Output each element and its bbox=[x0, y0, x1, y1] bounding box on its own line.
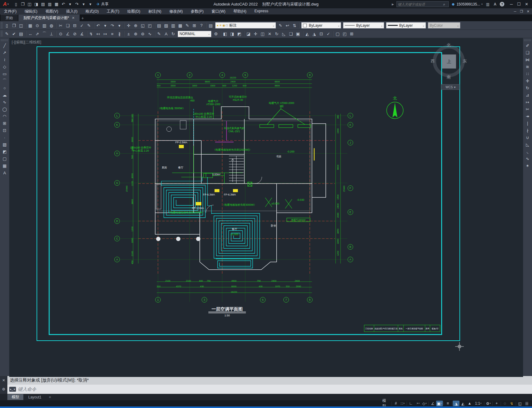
plot-preview-button[interactable]: ⊙ bbox=[34, 22, 41, 29]
menu-help[interactable]: 帮助(H) bbox=[229, 9, 250, 14]
zoom-realtime-button[interactable]: ⊕ bbox=[132, 22, 139, 29]
isodraft-icon[interactable]: ◇▾ bbox=[421, 401, 428, 406]
layer-translator-button[interactable]: ▤ bbox=[18, 31, 25, 37]
annotation-autoscale-icon[interactable]: ◭ bbox=[459, 401, 466, 406]
menu-file[interactable]: 文件(F) bbox=[0, 9, 21, 14]
dim-update-button[interactable]: ↻ bbox=[170, 31, 177, 37]
annotation-visibility-icon[interactable]: ◮ bbox=[453, 401, 459, 406]
insert-block-tool[interactable]: ⊞ bbox=[1, 120, 8, 127]
solid-subtract-button[interactable]: ◨ bbox=[229, 31, 236, 37]
spline-tool[interactable]: ∿ bbox=[1, 99, 8, 105]
drawing-canvas[interactable]: 1245813678LKHGDCALKJFEBA 162203300660024… bbox=[9, 38, 523, 377]
open-icon[interactable]: ❐ bbox=[20, 1, 26, 7]
new-button[interactable]: ▯ bbox=[3, 22, 10, 29]
layer-states-button[interactable]: ⇅ bbox=[291, 22, 298, 29]
statusbar-model-label[interactable]: 模型 bbox=[380, 401, 391, 406]
lock-icon[interactable]: ◉ bbox=[223, 24, 225, 27]
redo-dropdown[interactable]: ▾ bbox=[81, 1, 87, 7]
dim-radius-button[interactable]: ⊙ bbox=[57, 31, 64, 37]
redo-dropdown[interactable]: ▾ bbox=[116, 22, 123, 29]
sheetset-manager-button[interactable]: ▩ bbox=[177, 22, 184, 29]
layer-combo[interactable]: ● ☀ ◉ □ 标注 ⌄ bbox=[215, 22, 276, 29]
stretch-tool[interactable]: ↦ bbox=[524, 99, 531, 105]
chamfer-tool[interactable]: ◺ bbox=[524, 141, 531, 148]
toolbar-grip[interactable] bbox=[1, 31, 3, 37]
chevron-down-icon[interactable]: ⌄ bbox=[380, 24, 384, 27]
undo-icon[interactable]: ↶ bbox=[60, 1, 66, 7]
publish-button[interactable]: ▥ bbox=[41, 22, 48, 29]
center-mark-button[interactable]: ⊕ bbox=[132, 31, 139, 37]
dim-linear-button[interactable]: ↔ bbox=[27, 31, 34, 37]
quick-dim-button[interactable]: ↯ bbox=[88, 31, 95, 37]
dim-spacing-button[interactable]: ≡ bbox=[109, 31, 116, 37]
layer-previous-button[interactable]: ↩ bbox=[284, 22, 291, 29]
customize-statusbar-icon[interactable]: ☰ bbox=[523, 401, 530, 406]
workspace-switch-icon[interactable]: ⚙▾ bbox=[485, 401, 492, 406]
wcs-selector[interactable]: WCS ▾ bbox=[441, 84, 460, 90]
markup-button[interactable]: ✎ bbox=[184, 22, 191, 29]
copy-edges-button[interactable]: ◭ bbox=[304, 31, 311, 37]
clean-solid-button[interactable]: ✓ bbox=[325, 31, 332, 37]
color-combo[interactable]: ByLayer ⌄ bbox=[301, 22, 341, 29]
viewport-controls-label[interactable]: [-][俯视][二维线框] bbox=[12, 40, 41, 45]
viewcube-top-face[interactable]: 上 bbox=[442, 54, 456, 69]
polyline-tool[interactable]: ≀ bbox=[1, 56, 8, 63]
linetype-combo[interactable]: ByLayer ⌄ bbox=[343, 22, 384, 29]
move-tool[interactable]: ✛ bbox=[524, 77, 531, 84]
region-tool[interactable]: ▢ bbox=[1, 155, 8, 162]
open-button[interactable]: ❐ bbox=[10, 22, 18, 29]
tab-layout1[interactable]: Layout1 bbox=[24, 394, 46, 400]
command-close-button[interactable]: ✕ bbox=[0, 376, 7, 385]
polar-tracking-icon[interactable]: ◔▾ bbox=[414, 401, 421, 406]
check-solid-button[interactable]: ⊞ bbox=[348, 31, 355, 37]
make-object-layer-current-button[interactable]: ✎ bbox=[277, 22, 284, 29]
minimize-button[interactable]: ─ bbox=[510, 2, 513, 6]
etransmit-button[interactable]: ◍ bbox=[48, 22, 55, 29]
match-properties-button[interactable]: ✓ bbox=[78, 22, 85, 29]
chevron-down-icon[interactable]: ⌄ bbox=[421, 24, 426, 27]
new-icon[interactable]: ▯ bbox=[13, 1, 19, 7]
break-at-point-tool[interactable]: ∣ bbox=[524, 120, 531, 127]
pan-button[interactable]: ✛ bbox=[125, 22, 132, 29]
command-input-placeholder[interactable]: 键入命令 bbox=[18, 386, 36, 392]
help-icon[interactable]: ? bbox=[500, 2, 504, 6]
tab-start[interactable]: 开始 bbox=[1, 14, 18, 21]
search-icon[interactable]: ⌕ bbox=[442, 2, 446, 6]
dim-text-edit-button[interactable]: A bbox=[163, 31, 170, 37]
bulb-icon[interactable]: ● bbox=[217, 24, 219, 27]
rectangle-tool[interactable]: ▭ bbox=[1, 70, 8, 77]
dim-arclength-button[interactable]: ⌒ bbox=[41, 31, 48, 37]
lineweight-combo[interactable]: ByLayer ⌄ bbox=[386, 22, 426, 29]
menu-format[interactable]: 格式(O) bbox=[81, 9, 103, 14]
menu-edit[interactable]: 编辑(E) bbox=[21, 9, 41, 14]
tolerance-button[interactable]: ± bbox=[125, 31, 132, 37]
line-tool[interactable]: ╱ bbox=[1, 42, 8, 49]
menu-tools[interactable]: 工具(T) bbox=[103, 9, 123, 14]
undo-dropdown[interactable]: ▾ bbox=[67, 1, 73, 7]
view-cube[interactable]: 上 北 西 东 南 bbox=[433, 45, 465, 77]
rotate-tool[interactable]: ↻ bbox=[524, 85, 531, 91]
extrude-faces-button[interactable]: ◪ bbox=[245, 31, 252, 37]
add-layout-button[interactable]: + bbox=[46, 395, 54, 399]
copy-tool[interactable]: ❑ bbox=[524, 49, 531, 56]
menu-parametric[interactable]: 参数(P) bbox=[187, 9, 208, 14]
object-snap-icon[interactable]: ▣▾ bbox=[436, 401, 443, 406]
spell-check-button[interactable]: ✔ bbox=[10, 31, 18, 37]
cut-button[interactable]: ✂ bbox=[57, 22, 64, 29]
extend-tool[interactable]: ↠ bbox=[524, 113, 531, 120]
menu-window[interactable]: 窗口(W) bbox=[207, 9, 229, 14]
grid-display-icon[interactable]: # bbox=[392, 401, 399, 406]
copy-clip-button[interactable]: ❑ bbox=[64, 22, 71, 29]
array-tool[interactable]: ∷ bbox=[524, 70, 531, 77]
search-input[interactable] bbox=[397, 2, 442, 6]
arc-tool[interactable]: ⌒ bbox=[1, 77, 8, 84]
lineweight-display-icon[interactable]: ≡ bbox=[444, 401, 451, 406]
new-tab-button[interactable]: + bbox=[80, 15, 86, 21]
zoom-previous-button[interactable]: ◰ bbox=[146, 22, 153, 29]
dim-ordinate-button[interactable]: ⊥ bbox=[48, 31, 55, 37]
gradient-tool[interactable]: ◩ bbox=[1, 148, 8, 155]
doc-restore-button[interactable]: ❐ bbox=[520, 10, 523, 14]
command-input-area[interactable]: ▸_▾ 键入命令 bbox=[7, 385, 532, 394]
color-edges-button[interactable]: ◮ bbox=[311, 31, 318, 37]
dim-edit-button[interactable]: ✎ bbox=[156, 31, 163, 37]
